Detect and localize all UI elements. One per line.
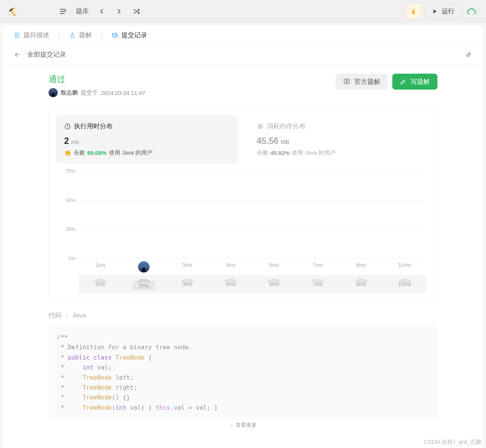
leetcode-logo[interactable]: [8, 6, 18, 17]
tab-solution[interactable]: 题解: [69, 31, 92, 39]
show-more-button[interactable]: 查看更多: [49, 420, 437, 431]
history-icon: [112, 32, 118, 39]
runtime-distribution-chart: 0%25%50%75% 1ms2ms3ms4ms5ms7ms8ms10ms 1m…: [56, 171, 430, 293]
run-label: 运行: [442, 7, 455, 16]
share-link-button[interactable]: [463, 49, 474, 60]
official-solution-button[interactable]: 官方题解: [335, 74, 388, 90]
next-problem-button[interactable]: [112, 5, 126, 18]
runtime-unit: ms: [71, 139, 79, 145]
memory-beat-pct: 49.82%: [271, 150, 290, 156]
flask-icon: [69, 32, 76, 39]
runtime-value: 2: [64, 136, 69, 146]
chevron-down-icon: [230, 423, 234, 427]
range-tick[interactable]: 5ms: [263, 281, 286, 290]
range-tick[interactable]: 3ms: [176, 281, 199, 290]
range-tick[interactable]: 1ms: [89, 281, 112, 290]
tab-description[interactable]: 题目描述: [14, 31, 49, 39]
status-row: 通过 殷志鹏 提交于 2024.03.04 11:47 官方题解 写题解: [49, 74, 437, 97]
code-label: 代码: [49, 311, 61, 320]
memory-value: 45.56: [257, 136, 279, 146]
y-tick: 25%: [66, 226, 75, 232]
code-header: 代码 | Java: [49, 311, 437, 320]
y-tick: 0%: [68, 256, 75, 261]
chart-x-axis: 1ms2ms3ms4ms5ms7ms8ms10ms: [79, 262, 426, 268]
shuffle-button[interactable]: [130, 5, 143, 18]
x-tick: 7ms: [306, 262, 329, 268]
range-tick[interactable]: 10ms: [393, 281, 416, 290]
tab-separator: |: [58, 32, 60, 39]
stats-card: 执行用时分布 2 ms 👏 击败 99.08% 使用 Java 的用户 消耗内存…: [49, 108, 437, 300]
code-language: Java: [72, 312, 86, 319]
x-tick: 4ms: [219, 262, 242, 268]
y-tick: 50%: [66, 197, 75, 203]
submitter-info: 殷志鹏 提交于 2024.03.04 11:47: [49, 88, 145, 97]
chip-icon: [257, 123, 264, 130]
toolbar-right: 运行: [406, 4, 478, 19]
cloud-sync-icon[interactable]: [465, 5, 478, 18]
x-tick: 5ms: [263, 262, 286, 268]
main-content: 通过 殷志鹏 提交于 2024.03.04 11:47 官方题解 写题解: [3, 65, 483, 448]
svg-point-1: [413, 12, 414, 13]
run-button[interactable]: 运行: [425, 4, 462, 19]
y-tick: 75%: [66, 168, 75, 174]
tabs-row: 题目描述 | 题解 | 提交记录: [3, 26, 483, 45]
runtime-panel[interactable]: 执行用时分布 2 ms 👏 击败 99.08% 使用 Java 的用户: [56, 115, 238, 163]
memory-panel[interactable]: 消耗内存分布 45.56 MB 击败 49.82% 使用 Java 的用户: [249, 115, 431, 163]
x-tick: 8ms: [350, 262, 373, 268]
problems-label[interactable]: 题库: [76, 7, 89, 16]
svg-rect-4: [258, 125, 262, 128]
range-tick[interactable]: 4ms: [219, 281, 242, 290]
svg-point-5: [260, 126, 261, 127]
chart-plot: [79, 171, 426, 258]
tab-submissions[interactable]: 提交记录: [112, 31, 147, 39]
breadcrumb-row: 全部提交记录: [3, 45, 483, 65]
code-box[interactable]: /** * Definition for a binary tree node.…: [49, 326, 437, 420]
range-tick[interactable]: 7ms: [306, 281, 329, 290]
premium-button[interactable]: [406, 4, 422, 19]
x-tick: 1ms: [89, 262, 112, 268]
submission-result: 通过: [49, 74, 145, 85]
edit-icon: [400, 78, 407, 85]
range-tick[interactable]: 8ms: [350, 281, 373, 290]
document-icon: [14, 32, 20, 39]
chart-range-selector[interactable]: 1ms2ms3ms4ms5ms7ms8ms10ms: [79, 275, 426, 293]
username[interactable]: 殷志鹏: [61, 89, 78, 96]
submitted-label: 提交于: [81, 89, 98, 96]
top-toolbar: 题库 运行: [0, 0, 486, 23]
prev-problem-button[interactable]: [95, 5, 109, 18]
nav-group: 题库: [56, 5, 143, 18]
user-avatar[interactable]: [49, 88, 58, 97]
list-icon[interactable]: [56, 5, 70, 18]
book-icon: [343, 78, 351, 85]
play-icon: [432, 8, 438, 14]
x-tick: 10ms: [393, 262, 416, 268]
submit-timestamp: 2024.03.04 11:47: [101, 90, 145, 96]
clock-icon: [64, 123, 71, 130]
chart-y-axis: 0%25%50%75%: [60, 171, 79, 258]
breadcrumb-text[interactable]: 全部提交记录: [27, 50, 66, 59]
clap-icon: 👏: [64, 150, 71, 156]
memory-unit: MB: [281, 139, 289, 145]
range-tick[interactable]: 2ms: [132, 281, 155, 290]
bar-avatar: [138, 261, 149, 273]
back-button[interactable]: [12, 49, 23, 60]
write-solution-button[interactable]: 写题解: [392, 74, 437, 90]
tab-separator: |: [101, 32, 102, 39]
x-tick: 3ms: [176, 262, 199, 268]
runtime-beat-pct: 99.08%: [87, 150, 107, 156]
